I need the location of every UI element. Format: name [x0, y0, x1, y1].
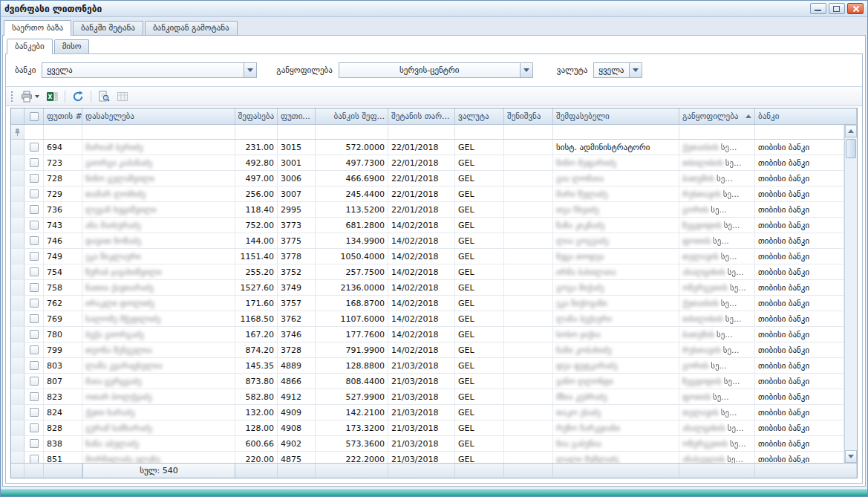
print-dropdown-caret-icon[interactable]	[35, 95, 39, 98]
row-checkbox[interactable]	[30, 221, 39, 230]
column-header-entry_date[interactable]: შეტანის თარ...	[388, 108, 455, 124]
filter-cell-lot_no[interactable]	[44, 125, 82, 139]
table-row[interactable]: 736ლევან ხუციშვილი118.402995113.520022/0…	[11, 202, 844, 218]
scrollbar-thumb[interactable]	[846, 139, 856, 158]
preview-button[interactable]	[96, 89, 112, 104]
column-header-lot_no[interactable]: ფუთის #	[44, 108, 82, 124]
filter-cell-lot[interactable]	[278, 125, 316, 139]
table-row[interactable]: 754ზურაბ ჯავახიშვილი255.203752257.750014…	[11, 264, 844, 280]
column-header-lot[interactable]: ფუთი...	[278, 108, 316, 124]
maximize-button[interactable]	[829, 3, 845, 14]
table-row[interactable]: 799თეონა შენგელია874.203728791.990014/02…	[11, 342, 844, 358]
department-filter-combo[interactable]: სერვის-ცენტრი	[339, 62, 533, 78]
row-checkbox[interactable]	[30, 143, 39, 152]
currency-combo-dropdown-button[interactable]	[629, 63, 642, 77]
row-checkbox[interactable]	[30, 189, 39, 198]
scroll-down-button[interactable]	[845, 450, 857, 463]
tab-miso[interactable]: მისო	[54, 39, 90, 53]
row-checkbox[interactable]	[30, 299, 39, 308]
close-button[interactable]	[847, 3, 864, 14]
table-row[interactable]: 807მაია ცერცვაძე873.804866808.440021/03/…	[11, 374, 844, 389]
table-row[interactable]: 749ეკა წიკლაური1151.4037781050.400014/02…	[11, 249, 844, 264]
table-row[interactable]: 838ნანა აბულაძე600.664902573.360021/03/2…	[11, 436, 844, 452]
cell-check[interactable]	[25, 202, 44, 217]
row-checkbox[interactable]	[30, 455, 39, 463]
column-header-check[interactable]	[25, 108, 44, 124]
cell-check[interactable]	[25, 342, 44, 357]
row-checkbox[interactable]	[30, 377, 39, 386]
row-checkbox[interactable]	[30, 283, 39, 292]
column-header-bank[interactable]: ბანკი	[755, 108, 857, 124]
filter-cell-entry_date[interactable]	[388, 125, 455, 139]
table-row[interactable]: 824ქეთი ხარაძე132.004909142.210021/03/20…	[11, 405, 844, 420]
filter-cell-bank_assessment[interactable]	[316, 125, 388, 139]
table-row[interactable]: 728ნინო გელაშვილი497.003006466.690022/01…	[11, 171, 844, 186]
tab-common-base[interactable]: საერთო ბაზა	[4, 20, 71, 36]
column-header-bank_assessment[interactable]: ბანკის შეფ...	[316, 108, 388, 124]
export-excel-button[interactable]	[44, 89, 60, 104]
refresh-button[interactable]	[70, 89, 86, 104]
table-row[interactable]: 851მორჩილაძე ელენე220.004875222.200021/0…	[11, 452, 844, 463]
table-row[interactable]: 828გურამ სამხარაძე128.004908173.320021/0…	[11, 420, 844, 436]
row-checkbox[interactable]	[30, 158, 39, 167]
cell-check[interactable]	[25, 405, 44, 420]
cell-check[interactable]	[25, 296, 44, 311]
table-row[interactable]: 823ოთარ ბოლქვაძე582.804912527.990021/03/…	[11, 389, 844, 405]
table-row[interactable]: 803ლაშა კვარაცხელია145.354889128.880021/…	[11, 358, 844, 374]
table-row[interactable]: 769სალომე მჭედლიძე1168.5037621107.600014…	[11, 311, 844, 327]
table-row[interactable]: 729თამარ ლომიძე256.003007245.440022/01/2…	[11, 186, 844, 202]
cell-check[interactable]	[25, 374, 44, 389]
row-checkbox[interactable]	[30, 361, 39, 370]
filter-cell-note[interactable]	[504, 125, 553, 139]
row-checkbox[interactable]	[30, 314, 39, 323]
filter-cell-bank[interactable]	[755, 125, 844, 139]
vertical-scrollbar[interactable]	[844, 125, 857, 463]
cell-check[interactable]	[25, 155, 44, 170]
table-row[interactable]: 780ბექა გიორგაძე167.203746177.760014/02/…	[11, 327, 844, 342]
cell-check[interactable]	[25, 358, 44, 373]
row-checkbox[interactable]	[30, 252, 39, 261]
cell-check[interactable]	[25, 171, 44, 186]
cell-check[interactable]	[25, 436, 44, 451]
column-header-department[interactable]: განყოფილება	[679, 108, 755, 124]
cell-check[interactable]	[25, 233, 44, 248]
cell-check[interactable]	[25, 311, 44, 326]
table-row[interactable]: 762ირაკლი დოლიძე171.603757168.870014/02/…	[11, 296, 844, 311]
row-checkbox[interactable]	[30, 174, 39, 183]
currency-filter-combo[interactable]: ყველა	[593, 62, 642, 78]
cell-check[interactable]	[25, 140, 44, 155]
minimize-button[interactable]	[810, 3, 826, 14]
filter-cell-assessment[interactable]	[235, 125, 278, 139]
cell-check[interactable]	[25, 420, 44, 435]
tab-banks[interactable]: ბანკები	[7, 39, 53, 54]
cell-check[interactable]	[25, 389, 44, 404]
column-header-evaluator[interactable]: შემფასებელი	[553, 108, 679, 124]
select-all-checkbox[interactable]	[30, 112, 39, 121]
table-row[interactable]: 694მარიამ ბერიძე231.003015572.000022/01/…	[11, 140, 844, 155]
row-checkbox[interactable]	[30, 236, 39, 245]
row-checkbox[interactable]	[30, 330, 39, 339]
titlebar[interactable]: ძვირფასი ლითონები	[1, 1, 867, 17]
filter-cell-department[interactable]	[679, 125, 755, 139]
department-combo-dropdown-button[interactable]	[520, 63, 532, 77]
column-header-currency[interactable]: ვალუტა	[455, 108, 504, 124]
row-checkbox[interactable]	[30, 439, 39, 448]
column-header-name[interactable]: დასახელება	[82, 108, 235, 124]
row-checkbox[interactable]	[30, 267, 39, 276]
table-row[interactable]: 723გიორგი კაპანაძე492.803001497.730022/0…	[11, 155, 844, 171]
scroll-up-button[interactable]	[845, 125, 857, 137]
cell-check[interactable]	[25, 186, 44, 201]
tab-bank-withdrawal[interactable]: ბანკიდან გამოტანა	[145, 21, 238, 35]
scrollbar-track[interactable]	[845, 137, 857, 450]
filter-cell-name[interactable]	[82, 125, 235, 139]
table-row[interactable]: 758ნათია ქავთარაძე1527.6037492136.000014…	[11, 280, 844, 296]
row-checkbox[interactable]	[30, 423, 39, 432]
cell-check[interactable]	[25, 280, 44, 295]
cell-check[interactable]	[25, 249, 44, 264]
row-checkbox[interactable]	[30, 205, 39, 214]
filter-cell-evaluator[interactable]	[553, 125, 679, 139]
row-checkbox[interactable]	[30, 408, 39, 417]
table-row[interactable]: 743ანა მაისურაძე752.003773681.280014/02/…	[11, 218, 844, 233]
filter-cell-currency[interactable]	[455, 125, 504, 139]
cell-check[interactable]	[25, 327, 44, 342]
